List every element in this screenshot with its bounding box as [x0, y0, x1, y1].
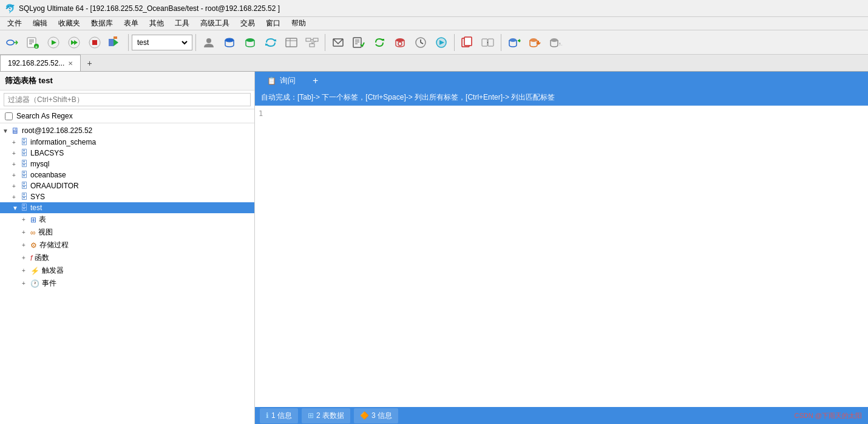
menu-item-其他[interactable]: 其他	[144, 17, 169, 30]
clock-btn[interactable]	[411, 33, 430, 52]
menu-item-窗口[interactable]: 窗口	[261, 17, 285, 30]
db-icon: 🗄	[21, 182, 28, 190]
refresh-btn[interactable]	[370, 33, 389, 52]
tree-db-mysql[interactable]: + 🗄 mysql	[0, 159, 254, 169]
menu-item-交易[interactable]: 交易	[236, 17, 260, 30]
tree-db-sys[interactable]: + 🗄 SYS	[0, 191, 254, 202]
menu-item-表单[interactable]: 表单	[119, 17, 143, 30]
root-icon: 🖥	[11, 126, 19, 135]
menu-item-数据库[interactable]: 数据库	[86, 17, 118, 30]
add-tab-btn[interactable]: +	[81, 56, 98, 70]
tab-close-btn[interactable]: ✕	[68, 60, 73, 67]
tree-node-views[interactable]: + ∞ 视图	[0, 226, 254, 239]
restore-btn[interactable]	[240, 33, 260, 52]
query-editor[interactable]: 1	[255, 106, 868, 407]
table-designer-btn[interactable]	[282, 33, 301, 52]
menu-item-高级工具[interactable]: 高级工具	[195, 17, 234, 30]
tree-node-triggers[interactable]: + ⚡ 触发器	[0, 264, 254, 277]
bottom-tab-tabledata[interactable]: ⊞ 2 表数据	[302, 408, 350, 423]
query-tab-btn[interactable]: 📋 询问	[260, 73, 303, 89]
svg-marker-17	[109, 39, 114, 46]
node-expand[interactable]: +	[22, 255, 30, 261]
filter-input[interactable]	[4, 93, 251, 106]
svg-line-57	[519, 41, 520, 42]
root-expand[interactable]: ▼	[2, 128, 11, 134]
db-select[interactable]: test information_schema mysql oceanbase	[135, 38, 189, 47]
import-csv-btn[interactable]	[525, 33, 544, 52]
info-icon: ℹ	[266, 411, 269, 420]
tree-db-oceanbase[interactable]: + 🗄 oceanbase	[0, 169, 254, 180]
add-query-btn[interactable]: +	[308, 75, 323, 86]
menu-bar: 文件编辑收藏夹数据库表单其他工具高级工具交易窗口帮助	[0, 17, 868, 30]
svg-point-62	[551, 38, 558, 42]
import-btn[interactable]	[106, 33, 125, 52]
svg-rect-52	[488, 39, 493, 46]
node-expand[interactable]: +	[22, 216, 30, 223]
db-expand[interactable]: +	[12, 139, 21, 146]
execute-btn[interactable]	[44, 33, 63, 52]
tree-root-node[interactable]: ▼ 🖥 root@192.168.225.52	[0, 125, 254, 137]
menu-item-编辑[interactable]: 编辑	[28, 17, 52, 30]
db-label: information_schema	[30, 138, 96, 146]
execute-all-btn[interactable]	[64, 33, 84, 52]
node-label: 事件	[42, 278, 56, 289]
tree-db-information_schema[interactable]: + 🗄 information_schema	[0, 137, 254, 148]
regex-checkbox[interactable]	[5, 112, 13, 120]
db-expand[interactable]: +	[12, 161, 21, 168]
export-btn[interactable]	[504, 33, 524, 52]
new-connection-btn[interactable]	[2, 33, 22, 52]
bottom-tab-info2[interactable]: 🔶 3 信息	[354, 408, 398, 423]
db-selector[interactable]: test information_schema mysql oceanbase	[132, 35, 192, 50]
node-expand[interactable]: +	[22, 229, 30, 236]
db-label: ORAAUDITOR	[30, 182, 79, 190]
new-query-btn[interactable]: +	[23, 33, 42, 52]
forward-btn[interactable]	[432, 33, 451, 52]
export-csv-btn[interactable]: ↑↓	[546, 33, 565, 52]
tree-node-procedures[interactable]: + ⚙ 存储过程	[0, 239, 254, 251]
sync-btn[interactable]	[261, 33, 280, 52]
tree-node-events[interactable]: + 🕐 事件	[0, 277, 254, 290]
node-label: 表	[39, 214, 46, 225]
paste-db-btn[interactable]	[478, 33, 498, 52]
regex-check-row: Search As Regex	[0, 109, 254, 123]
db-expand[interactable]: +	[12, 150, 21, 157]
notification-btn[interactable]	[328, 33, 348, 52]
data-search-btn[interactable]	[390, 33, 410, 52]
svg-text:↑↓: ↑↓	[558, 41, 562, 47]
sep3	[325, 34, 325, 51]
query-history-btn[interactable]	[349, 33, 368, 52]
hint-text: 自动完成：[Tab]-> 下一个标签，[Ctrl+Space]-> 列出所有标签…	[261, 93, 555, 101]
svg-rect-50	[464, 37, 472, 46]
tree-node-functions[interactable]: + f 函数	[0, 251, 254, 264]
db-expand[interactable]: +	[12, 183, 21, 190]
connection-tab[interactable]: 192.168.225.52... ✕	[0, 55, 81, 71]
db-expand[interactable]: +	[12, 172, 21, 179]
db-icon: 🗄	[21, 193, 28, 201]
info2-icon: 🔶	[360, 411, 369, 420]
tables-icon: ⊞	[30, 216, 36, 224]
bottom-tab-info[interactable]: ℹ 1 信息	[260, 408, 298, 423]
node-expand[interactable]: +	[22, 267, 30, 274]
tree-node-tables[interactable]: + ⊞ 表	[0, 213, 254, 226]
user-btn[interactable]	[199, 33, 219, 52]
menu-item-帮助[interactable]: 帮助	[287, 17, 311, 30]
node-expand[interactable]: +	[22, 242, 30, 248]
copy-db-btn[interactable]	[458, 33, 477, 52]
tree-db-lbacsys[interactable]: + 🗄 LBACSYS	[0, 148, 254, 159]
db-expand[interactable]: +	[12, 194, 21, 200]
backup-btn[interactable]	[220, 33, 239, 52]
app-icon: 🐬	[5, 4, 15, 13]
db-expand[interactable]: ▼	[12, 205, 21, 211]
schema-designer-btn[interactable]	[302, 33, 322, 52]
db-label: oceanbase	[30, 171, 66, 179]
tree-db-oraauditor[interactable]: + 🗄 ORAAUDITOR	[0, 180, 254, 191]
bottom-tab-tabledata-label: 2 表数据	[316, 411, 344, 421]
menu-item-文件[interactable]: 文件	[2, 17, 27, 30]
query-tab-icon: 📋	[267, 77, 276, 85]
stop-btn[interactable]	[85, 33, 104, 52]
node-expand[interactable]: +	[22, 280, 30, 287]
menu-item-工具[interactable]: 工具	[170, 17, 194, 30]
menu-item-收藏夹[interactable]: 收藏夹	[53, 17, 85, 30]
tree-db-test[interactable]: ▼ 🗄 test	[0, 202, 254, 213]
svg-text:+: +	[35, 44, 38, 49]
